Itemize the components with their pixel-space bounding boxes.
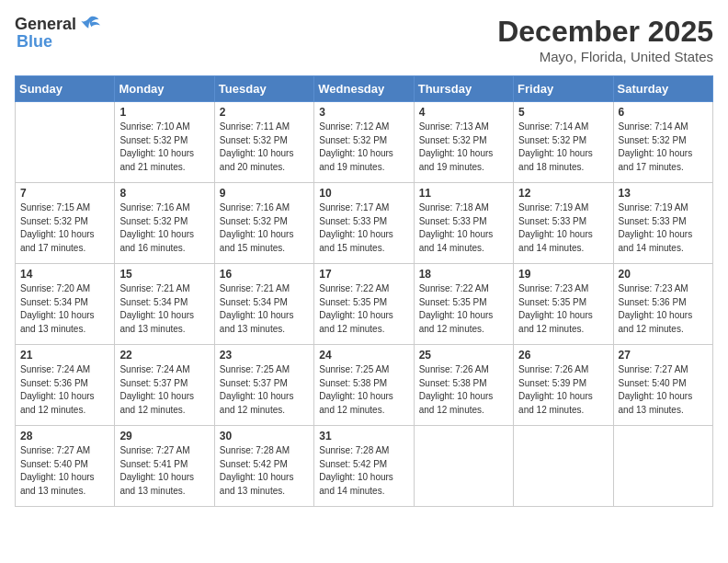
calendar-cell: 28Sunrise: 7:27 AMSunset: 5:40 PMDayligh… (16, 426, 115, 507)
logo-bird-icon (78, 15, 100, 33)
calendar-cell: 3Sunrise: 7:12 AMSunset: 5:32 PMDaylight… (314, 102, 414, 183)
day-number: 3 (319, 106, 408, 119)
calendar-table: SundayMondayTuesdayWednesdayThursdayFrid… (15, 75, 713, 507)
calendar-cell: 23Sunrise: 7:25 AMSunset: 5:37 PMDayligh… (214, 345, 313, 426)
day-number: 10 (319, 187, 408, 200)
weekday-header-thursday: Thursday (414, 76, 513, 102)
page-header: General Blue December 2025 Mayo, Florida… (15, 15, 713, 64)
day-number: 24 (319, 349, 408, 362)
day-info: Sunrise: 7:15 AMSunset: 5:32 PMDaylight:… (20, 201, 109, 255)
calendar-cell: 29Sunrise: 7:27 AMSunset: 5:41 PMDayligh… (115, 426, 214, 507)
calendar-cell: 14Sunrise: 7:20 AMSunset: 5:34 PMDayligh… (16, 264, 115, 345)
calendar-cell: 17Sunrise: 7:22 AMSunset: 5:35 PMDayligh… (314, 264, 414, 345)
calendar-cell: 19Sunrise: 7:23 AMSunset: 5:35 PMDayligh… (514, 264, 613, 345)
calendar-cell (16, 102, 115, 183)
day-number: 18 (419, 268, 508, 281)
calendar-cell: 10Sunrise: 7:17 AMSunset: 5:33 PMDayligh… (314, 183, 414, 264)
day-number: 6 (619, 106, 708, 119)
day-info: Sunrise: 7:28 AMSunset: 5:42 PMDaylight:… (319, 444, 408, 498)
calendar-cell: 31Sunrise: 7:28 AMSunset: 5:42 PMDayligh… (314, 426, 414, 507)
calendar-cell: 24Sunrise: 7:25 AMSunset: 5:38 PMDayligh… (314, 345, 414, 426)
day-info: Sunrise: 7:14 AMSunset: 5:32 PMDaylight:… (619, 121, 708, 174)
calendar-cell: 30Sunrise: 7:28 AMSunset: 5:42 PMDayligh… (214, 426, 313, 507)
calendar-cell: 8Sunrise: 7:16 AMSunset: 5:32 PMDaylight… (115, 183, 214, 264)
calendar-cell: 26Sunrise: 7:26 AMSunset: 5:39 PMDayligh… (514, 345, 613, 426)
day-number: 13 (619, 187, 708, 200)
calendar-cell (414, 426, 513, 507)
calendar-cell: 7Sunrise: 7:15 AMSunset: 5:32 PMDaylight… (16, 183, 115, 264)
weekday-header-friday: Friday (514, 76, 613, 102)
title-area: December 2025 Mayo, Florida, United Stat… (497, 15, 713, 64)
day-info: Sunrise: 7:21 AMSunset: 5:34 PMDaylight:… (119, 282, 209, 336)
calendar-cell: 16Sunrise: 7:21 AMSunset: 5:34 PMDayligh… (214, 264, 313, 345)
day-number: 7 (20, 187, 109, 200)
day-number: 31 (319, 430, 408, 442)
day-number: 28 (20, 430, 109, 442)
day-number: 17 (319, 268, 408, 281)
day-number: 9 (220, 187, 309, 200)
day-info: Sunrise: 7:26 AMSunset: 5:39 PMDaylight:… (518, 363, 608, 417)
day-info: Sunrise: 7:13 AMSunset: 5:32 PMDaylight:… (419, 121, 508, 174)
day-info: Sunrise: 7:27 AMSunset: 5:40 PMDaylight:… (20, 444, 109, 498)
calendar-cell: 20Sunrise: 7:23 AMSunset: 5:36 PMDayligh… (613, 264, 712, 345)
weekday-header-tuesday: Tuesday (214, 76, 313, 102)
day-number: 5 (518, 106, 608, 119)
day-info: Sunrise: 7:25 AMSunset: 5:37 PMDaylight:… (220, 363, 309, 417)
day-info: Sunrise: 7:17 AMSunset: 5:33 PMDaylight:… (319, 201, 408, 255)
day-number: 26 (518, 349, 608, 362)
day-info: Sunrise: 7:24 AMSunset: 5:36 PMDaylight:… (20, 363, 109, 417)
day-number: 22 (119, 349, 209, 362)
day-number: 30 (220, 430, 309, 442)
day-info: Sunrise: 7:23 AMSunset: 5:35 PMDaylight:… (518, 282, 608, 336)
calendar-subtitle: Mayo, Florida, United States (497, 49, 713, 64)
weekday-header-saturday: Saturday (613, 76, 712, 102)
calendar-cell: 11Sunrise: 7:18 AMSunset: 5:33 PMDayligh… (414, 183, 513, 264)
day-info: Sunrise: 7:11 AMSunset: 5:32 PMDaylight:… (220, 121, 309, 174)
week-row-3: 14Sunrise: 7:20 AMSunset: 5:34 PMDayligh… (16, 264, 713, 345)
calendar-cell: 2Sunrise: 7:11 AMSunset: 5:32 PMDaylight… (214, 102, 313, 183)
day-info: Sunrise: 7:22 AMSunset: 5:35 PMDaylight:… (419, 282, 508, 336)
calendar-cell: 1Sunrise: 7:10 AMSunset: 5:32 PMDaylight… (115, 102, 214, 183)
day-info: Sunrise: 7:19 AMSunset: 5:33 PMDaylight:… (619, 201, 708, 255)
week-row-2: 7Sunrise: 7:15 AMSunset: 5:32 PMDaylight… (16, 183, 713, 264)
calendar-cell: 5Sunrise: 7:14 AMSunset: 5:32 PMDaylight… (514, 102, 613, 183)
calendar-title: December 2025 (497, 15, 713, 49)
day-info: Sunrise: 7:23 AMSunset: 5:36 PMDaylight:… (619, 282, 708, 336)
calendar-cell: 9Sunrise: 7:16 AMSunset: 5:32 PMDaylight… (214, 183, 313, 264)
weekday-header-monday: Monday (115, 76, 214, 102)
day-number: 1 (119, 106, 209, 119)
calendar-cell: 25Sunrise: 7:26 AMSunset: 5:38 PMDayligh… (414, 345, 513, 426)
day-info: Sunrise: 7:21 AMSunset: 5:34 PMDaylight:… (220, 282, 309, 336)
week-row-5: 28Sunrise: 7:27 AMSunset: 5:40 PMDayligh… (16, 426, 713, 507)
day-info: Sunrise: 7:14 AMSunset: 5:32 PMDaylight:… (518, 121, 608, 174)
day-info: Sunrise: 7:24 AMSunset: 5:37 PMDaylight:… (119, 363, 209, 417)
weekday-header-wednesday: Wednesday (314, 76, 414, 102)
day-info: Sunrise: 7:27 AMSunset: 5:40 PMDaylight:… (619, 363, 708, 417)
day-number: 8 (119, 187, 209, 200)
day-number: 19 (518, 268, 608, 281)
calendar-cell: 6Sunrise: 7:14 AMSunset: 5:32 PMDaylight… (613, 102, 712, 183)
weekday-header-sunday: Sunday (16, 76, 115, 102)
calendar-cell (514, 426, 613, 507)
day-number: 11 (419, 187, 508, 200)
day-number: 23 (220, 349, 309, 362)
week-row-1: 1Sunrise: 7:10 AMSunset: 5:32 PMDaylight… (16, 102, 713, 183)
day-info: Sunrise: 7:16 AMSunset: 5:32 PMDaylight:… (119, 201, 209, 255)
calendar-cell: 15Sunrise: 7:21 AMSunset: 5:34 PMDayligh… (115, 264, 214, 345)
day-number: 25 (419, 349, 508, 362)
day-info: Sunrise: 7:19 AMSunset: 5:33 PMDaylight:… (518, 201, 608, 255)
calendar-cell: 12Sunrise: 7:19 AMSunset: 5:33 PMDayligh… (514, 183, 613, 264)
day-info: Sunrise: 7:27 AMSunset: 5:41 PMDaylight:… (119, 444, 209, 498)
logo: General Blue (15, 15, 100, 50)
day-number: 4 (419, 106, 508, 119)
day-info: Sunrise: 7:16 AMSunset: 5:32 PMDaylight:… (220, 201, 309, 255)
week-row-4: 21Sunrise: 7:24 AMSunset: 5:36 PMDayligh… (16, 345, 713, 426)
day-number: 15 (119, 268, 209, 281)
day-info: Sunrise: 7:18 AMSunset: 5:33 PMDaylight:… (419, 201, 508, 255)
calendar-cell: 21Sunrise: 7:24 AMSunset: 5:36 PMDayligh… (16, 345, 115, 426)
calendar-cell: 27Sunrise: 7:27 AMSunset: 5:40 PMDayligh… (613, 345, 712, 426)
calendar-cell: 18Sunrise: 7:22 AMSunset: 5:35 PMDayligh… (414, 264, 513, 345)
calendar-cell: 13Sunrise: 7:19 AMSunset: 5:33 PMDayligh… (613, 183, 712, 264)
calendar-cell: 4Sunrise: 7:13 AMSunset: 5:32 PMDaylight… (414, 102, 513, 183)
logo-general: General (15, 16, 76, 32)
